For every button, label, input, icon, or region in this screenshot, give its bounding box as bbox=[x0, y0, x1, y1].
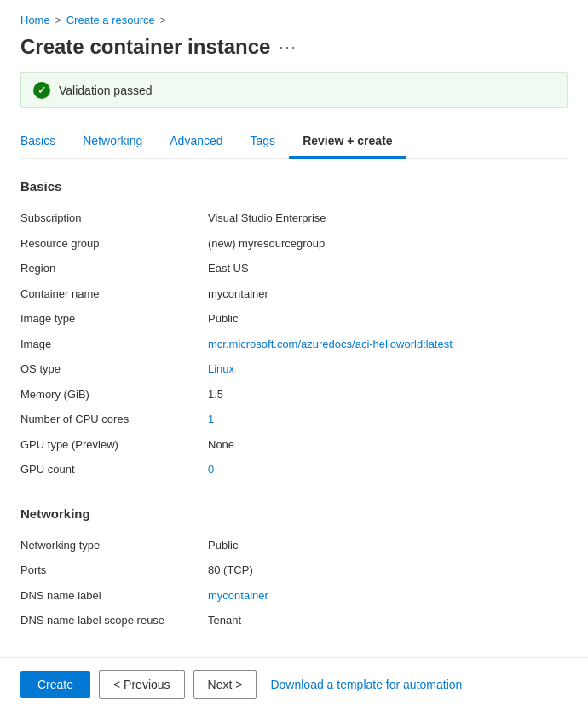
page-title: Create container instance bbox=[20, 35, 270, 59]
field-label-gpu-count: GPU count bbox=[20, 461, 208, 478]
field-value-memory: 1.5 bbox=[208, 386, 568, 403]
field-value-os-type: Linux bbox=[208, 361, 568, 378]
validation-check-icon bbox=[33, 82, 50, 99]
field-gpu-count: GPU count 0 bbox=[20, 457, 568, 483]
field-label-container-name: Container name bbox=[20, 286, 208, 303]
breadcrumb: Home > Create a resource > bbox=[20, 14, 568, 26]
field-label-networking-type: Networking type bbox=[20, 537, 208, 554]
field-label-resource-group: Resource group bbox=[20, 235, 208, 252]
footer-bar: Create < Previous Next > Download a temp… bbox=[0, 657, 588, 711]
field-value-image-type: Public bbox=[208, 310, 568, 327]
field-image-type: Image type Public bbox=[20, 306, 568, 332]
section-basics-title: Basics bbox=[20, 179, 568, 194]
tab-networking[interactable]: Networking bbox=[69, 125, 156, 159]
field-value-subscription: Visual Studio Enterprise bbox=[208, 210, 568, 227]
field-value-container-name: mycontainer bbox=[208, 286, 568, 303]
tab-basics[interactable]: Basics bbox=[20, 125, 69, 159]
field-label-os-type: OS type bbox=[20, 361, 208, 378]
content-area: Basics Subscription Visual Studio Enterp… bbox=[20, 179, 568, 711]
field-label-cpu-cores: Number of CPU cores bbox=[20, 411, 208, 428]
field-networking-type: Networking type Public bbox=[20, 533, 568, 558]
create-button[interactable]: Create bbox=[20, 671, 90, 698]
validation-banner: Validation passed bbox=[20, 72, 568, 108]
field-label-memory: Memory (GiB) bbox=[20, 386, 208, 403]
field-label-subscription: Subscription bbox=[20, 210, 208, 227]
tab-tags[interactable]: Tags bbox=[237, 125, 290, 159]
field-label-image-type: Image type bbox=[20, 310, 208, 327]
field-subscription: Subscription Visual Studio Enterprise bbox=[20, 205, 568, 231]
field-label-dns-scope: DNS name label scope reuse bbox=[20, 612, 208, 629]
breadcrumb-home[interactable]: Home bbox=[20, 14, 50, 26]
field-resource-group: Resource group (new) myresourcegroup bbox=[20, 231, 568, 257]
validation-text: Validation passed bbox=[59, 84, 152, 97]
field-value-dns-label: mycontainer bbox=[208, 587, 568, 604]
field-label-gpu-type: GPU type (Preview) bbox=[20, 436, 208, 454]
field-dns-scope: DNS name label scope reuse Tenant bbox=[20, 608, 568, 633]
field-image: Image mcr.microsoft.com/azuredocs/aci-he… bbox=[20, 332, 568, 357]
breadcrumb-sep2: > bbox=[160, 14, 166, 26]
field-label-dns-label: DNS name label bbox=[20, 587, 208, 604]
field-ports: Ports 80 (TCP) bbox=[20, 558, 568, 583]
field-value-resource-group: (new) myresourcegroup bbox=[208, 235, 568, 252]
breadcrumb-create-resource[interactable]: Create a resource bbox=[66, 14, 155, 26]
field-value-ports: 80 (TCP) bbox=[208, 562, 568, 579]
more-options-icon[interactable]: ··· bbox=[279, 38, 297, 56]
field-memory: Memory (GiB) 1.5 bbox=[20, 382, 568, 408]
field-value-gpu-count: 0 bbox=[208, 461, 568, 478]
field-value-cpu-cores: 1 bbox=[208, 411, 568, 428]
breadcrumb-sep1: > bbox=[55, 14, 61, 26]
section-networking-title: Networking bbox=[20, 506, 568, 521]
field-value-region: East US bbox=[208, 260, 568, 277]
field-cpu-cores: Number of CPU cores 1 bbox=[20, 407, 568, 432]
tabs-container: Basics Networking Advanced Tags Review +… bbox=[20, 125, 568, 159]
field-dns-label: DNS name label mycontainer bbox=[20, 583, 568, 609]
field-region: Region East US bbox=[20, 256, 568, 281]
page-title-row: Create container instance ··· bbox=[20, 35, 568, 59]
automation-template-link[interactable]: Download a template for automation bbox=[270, 678, 462, 691]
field-value-dns-scope: Tenant bbox=[208, 612, 568, 629]
field-value-image: mcr.microsoft.com/azuredocs/aci-hellowor… bbox=[208, 336, 568, 353]
field-value-gpu-type: None bbox=[208, 436, 568, 454]
tab-advanced[interactable]: Advanced bbox=[156, 125, 236, 159]
field-os-type: OS type Linux bbox=[20, 356, 568, 382]
section-basics: Basics Subscription Visual Studio Enterp… bbox=[20, 179, 568, 483]
field-label-ports: Ports bbox=[20, 562, 208, 579]
field-label-region: Region bbox=[20, 260, 208, 277]
section-networking: Networking Networking type Public Ports … bbox=[20, 506, 568, 633]
field-container-name: Container name mycontainer bbox=[20, 281, 568, 307]
tab-review-create[interactable]: Review + create bbox=[289, 125, 406, 159]
field-value-networking-type: Public bbox=[208, 537, 568, 554]
field-label-image: Image bbox=[20, 336, 208, 353]
next-button[interactable]: Next > bbox=[193, 670, 257, 699]
previous-button[interactable]: < Previous bbox=[99, 670, 185, 699]
field-gpu-type: GPU type (Preview) None bbox=[20, 432, 568, 458]
